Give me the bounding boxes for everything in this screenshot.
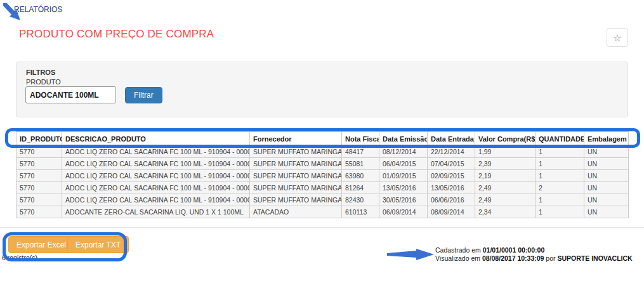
divider [0,227,644,228]
column-header: Embalagem [584,132,629,146]
filter-panel: FILTROS PRODUTO Filtrar [16,62,628,117]
table-cell: 08/09/2014 [428,206,475,218]
record-count: 6 registro(s). [2,254,39,261]
star-icon: ☆ [613,33,621,43]
table-cell: 07/04/2015 [428,158,475,170]
table-cell: 2,49 [475,194,536,206]
table-body: 5770ADOC LIQ ZERO CAL SACARINA FC 100 ML… [16,146,629,218]
column-header: Fornecedor [250,132,342,146]
table-cell: UN [584,194,629,206]
results-table: ID_PRODUTODESCRICAO_PRODUTOFornecedorNot… [16,131,629,218]
column-header: QUANTIDADE [536,132,584,146]
table-cell: 1 [536,146,584,158]
viewed-line: Visualizado em 08/08/2017 10:33:09 por S… [435,254,633,263]
table-cell: 2,34 [475,206,536,218]
registered-value: 01/01/0001 00:00:00 [483,246,545,254]
table-cell: SUPER MUFFATO MARINGA [250,158,342,170]
table-cell: 06/04/2015 [379,158,428,170]
filter-button[interactable]: Filtrar [125,87,162,103]
viewed-by: SUPORTE INOVACLICK [557,254,632,262]
table-row: 5770ADOC LIQ ZERO CAL SACARINA FC 100 ML… [16,194,629,206]
table-cell: SUPER MUFFATO MARINGA [250,146,342,158]
column-header: Valor Compra(R$) [475,132,536,146]
filters-label: FILTROS [26,69,55,76]
table-cell: 5770 [16,146,62,158]
table-cell: UN [584,206,629,218]
table-cell: 5770 [16,158,62,170]
by-label: por [546,254,555,262]
table-cell: 81264 [342,182,379,194]
table-cell: 1 [536,158,584,170]
breadcrumb[interactable]: RELATÓRIOS [14,5,62,14]
table-cell: 22/12/2014 [428,146,475,158]
table-cell: 5770 [16,206,62,218]
table-cell: ADOC LIQ ZERO CAL SACARINA FC 100 ML - 9… [62,146,250,158]
annotation-arrow-footer-icon [387,249,434,260]
table-cell: 2 [536,182,584,194]
table-cell: ATACADAO [250,206,342,218]
table-cell: UN [584,158,629,170]
export-excel-button[interactable]: Exportar Excel [8,236,74,253]
table-cell: 13/05/2016 [379,182,428,194]
table-cell: 06/06/2016 [428,194,475,206]
table-row: 5770ADOC LIQ ZERO CAL SACARINA FC 100 ML… [16,146,629,158]
table-cell: 02/09/2015 [428,170,475,182]
table-cell: 2,19 [475,170,536,182]
table-cell: 1 [536,194,584,206]
table-cell: 2,49 [475,182,536,194]
table-cell: UN [584,182,629,194]
table-cell: 30/05/2016 [379,194,428,206]
registered-line: Cadastrado em 01/01/0001 00:00:00 [435,246,633,254]
table-cell: 48417 [342,146,379,158]
column-header: ID_PRODUTO [16,132,62,146]
table-cell: 1 [536,206,584,218]
favorite-button[interactable]: ☆ [607,28,628,47]
table-cell: ADOC LIQ ZERO CAL SACARINA FC 100 ML - 9… [62,158,250,170]
column-header: Nota Fiscal [342,132,379,146]
table-header-row: ID_PRODUTODESCRICAO_PRODUTOFornecedorNot… [16,132,629,146]
table-row: 5770ADOC LIQ ZERO CAL SACARINA FC 100 ML… [16,158,629,170]
table-cell: 5770 [16,170,62,182]
registered-label: Cadastrado em [435,246,481,254]
product-label: PRODUTO [26,78,61,86]
column-header: Data Entrada [428,132,475,146]
table-cell: ADOC LIQ ZERO CAL SACARINA FC 100 ML - 9… [62,170,250,182]
table-cell: 06/09/2014 [379,206,428,218]
table-cell: SUPER MUFFATO MARINGA [250,182,342,194]
table-cell: SUPER MUFFATO MARINGA [250,194,342,206]
export-txt-button[interactable]: Exportar TXT [67,236,129,253]
table-cell: ADOC LIQ ZERO CAL SACARINA FC 100 ML - 9… [62,182,250,194]
column-header: DESCRICAO_PRODUTO [62,132,250,146]
table-row: 5770ADOC LIQ ZERO CAL SACARINA FC 100 ML… [16,182,629,194]
viewed-label: Visualizado em [435,254,480,262]
table-cell: 08/12/2014 [379,146,428,158]
table-cell: SUPER MUFFATO MARINGA [250,170,342,182]
table-cell: 5770 [16,194,62,206]
table-cell: 82430 [342,194,379,206]
table-cell: 01/09/2015 [379,170,428,182]
product-input[interactable] [25,86,116,103]
table-row: 5770ADOCANTE ZERO-CAL SACARINA LIQ. UND … [16,206,629,218]
column-header: Data Emissão [379,132,428,146]
table-cell: 1 [536,170,584,182]
table-cell: ADOCANTE ZERO-CAL SACARINA LIQ. UND 1 X … [62,206,250,218]
table-cell: 13/05/2016 [428,182,475,194]
page-title: PRODUTO COM PREÇO DE COMPRA [19,28,214,41]
table-cell: 55081 [342,158,379,170]
table-cell: 2,39 [475,158,536,170]
table-cell: UN [584,170,629,182]
table-cell: 5770 [16,182,62,194]
viewed-value: 08/08/2017 10:33:09 [482,254,544,262]
table-cell: 1,99 [475,146,536,158]
table-cell: ADOC LIQ ZERO CAL SACARINA FC 100 ML - 9… [62,194,250,206]
audit-info: Cadastrado em 01/01/0001 00:00:00 Visual… [435,246,633,263]
table-cell: UN [584,146,629,158]
table-cell: 63980 [342,170,379,182]
table-cell: 610113 [342,206,379,218]
table-row: 5770ADOC LIQ ZERO CAL SACARINA FC 100 ML… [16,170,629,182]
